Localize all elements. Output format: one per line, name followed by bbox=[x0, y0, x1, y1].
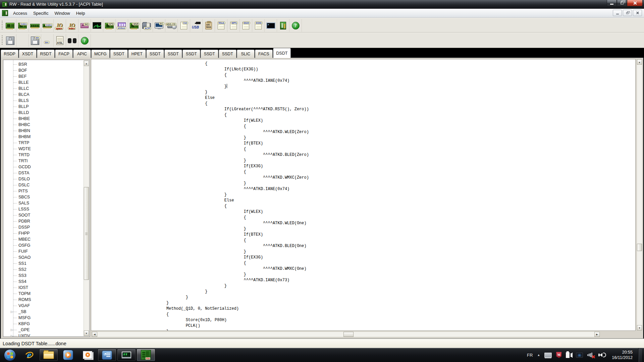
code-horizontal-scroll-thumb[interactable] bbox=[343, 332, 354, 337]
toolbar-grip[interactable] bbox=[2, 21, 3, 29]
tab-apic-4[interactable]: APIC bbox=[73, 50, 91, 58]
tree-item-trti[interactable]: TRTI bbox=[3, 158, 90, 164]
toolbar-help-button[interactable]: ? bbox=[289, 19, 302, 32]
code-scroll-up-button[interactable]: ▲ bbox=[637, 59, 642, 65]
toolbar-grip[interactable] bbox=[2, 36, 3, 45]
toolbar-dimm-reader-button[interactable] bbox=[277, 19, 289, 32]
tree-item-topm[interactable]: TOPM bbox=[3, 291, 90, 297]
tree-item-bof[interactable]: BOF bbox=[3, 67, 90, 73]
code-horizontal-scrollbar[interactable]: ◀ ▶ bbox=[92, 331, 600, 337]
tree-item-ss3[interactable]: SS3 bbox=[3, 273, 90, 279]
taskbar-windows-explorer[interactable] bbox=[39, 349, 58, 361]
menu-window[interactable]: Window bbox=[51, 9, 73, 17]
filebar-save-button[interactable] bbox=[4, 34, 16, 47]
toolbar-io-space-button[interactable]: IOspace bbox=[54, 19, 66, 32]
tab-dsdt-15[interactable]: DSDT bbox=[273, 48, 291, 58]
toolbar-boot-sector-55aa-button[interactable]: 55AA bbox=[215, 19, 227, 32]
language-indicator[interactable]: FR bbox=[527, 353, 533, 358]
toolbar-memory-button[interactable] bbox=[29, 19, 41, 32]
tray-battery-icon[interactable] bbox=[566, 352, 572, 358]
expand-arrow-icon[interactable]: ▷ bbox=[11, 310, 13, 313]
toolbar-memory-index-button[interactable]: index bbox=[41, 19, 54, 32]
tab-rsdp-0[interactable]: RSDP bbox=[1, 50, 18, 58]
menu-access[interactable]: Access bbox=[10, 9, 30, 17]
close-button[interactable] bbox=[627, 0, 643, 6]
tray-touchpad-icon[interactable] bbox=[544, 353, 552, 358]
tree-item-bhbm[interactable]: BHBM bbox=[3, 134, 90, 140]
tree-item-bhbn[interactable]: BHBN bbox=[3, 128, 90, 134]
tree-item-osfg[interactable]: OSFG bbox=[3, 242, 90, 248]
toolbar-smbus-button[interactable]: smbus bbox=[116, 19, 128, 32]
tree-item-mbec[interactable]: MBEC bbox=[3, 236, 90, 242]
filebar-asl-editor-button[interactable]: ASL bbox=[54, 34, 66, 47]
start-button[interactable] bbox=[0, 348, 19, 362]
tree-item-iost[interactable]: IOST bbox=[3, 285, 90, 291]
tray-network-disconnected-icon[interactable] bbox=[587, 352, 594, 358]
tree-item-trtp[interactable]: TRTP bbox=[3, 140, 90, 146]
tree-item-kbfg[interactable]: KBFG bbox=[3, 321, 90, 327]
tree-item-ss1[interactable]: SS1 bbox=[3, 260, 90, 266]
taskbar-clock[interactable]: 20:55 16/11/2012 bbox=[610, 350, 634, 360]
tab-facs-14[interactable]: FACS bbox=[255, 50, 273, 58]
mdi-child-icon[interactable] bbox=[2, 10, 8, 16]
toolbar-storage-button[interactable]: HDD,CD bbox=[165, 19, 178, 32]
tree-item-_sb[interactable]: ▷_SB bbox=[3, 309, 90, 315]
tree-item-pits[interactable]: PITS bbox=[3, 188, 90, 194]
tree-item-blls[interactable]: BLLS bbox=[3, 98, 90, 104]
tree-item-trtd[interactable]: TRTD bbox=[3, 152, 90, 158]
toolbar-pci-device-button[interactable] bbox=[4, 19, 16, 32]
tree-item-msfg[interactable]: MSFG bbox=[3, 315, 90, 321]
tree-item-bsr[interactable]: BSR bbox=[3, 61, 90, 67]
tray-display-icon[interactable] bbox=[576, 353, 583, 358]
tray-mcafee-icon[interactable]: M bbox=[556, 352, 561, 358]
tab-ssdt-6[interactable]: SSDT bbox=[110, 50, 128, 58]
mdi-restore-button[interactable] bbox=[623, 10, 632, 16]
tree-item-bllc[interactable]: BLLC bbox=[3, 85, 90, 92]
tree-scrollbar[interactable]: ▲ ▼ bbox=[84, 60, 89, 336]
taskbar-internet-explorer[interactable]: e bbox=[20, 349, 39, 361]
tree-item-dssp[interactable]: DSSP bbox=[3, 224, 90, 230]
toolbar-clock-generator-button[interactable] bbox=[91, 19, 103, 32]
tree-item-bhbe[interactable]: BHBE bbox=[3, 116, 90, 122]
tab-facp-3[interactable]: FACP bbox=[55, 50, 73, 58]
code-scroll-down-button[interactable]: ▼ bbox=[637, 325, 642, 330]
expand-arrow-icon[interactable]: ▷ bbox=[11, 334, 13, 337]
show-desktop-button[interactable] bbox=[638, 348, 642, 362]
toolbar-hex-editor-button[interactable]: 010 bbox=[178, 19, 190, 32]
show-hidden-icons-button[interactable]: ▲ bbox=[537, 353, 540, 357]
toolbar-usb-button[interactable]: USB bbox=[190, 19, 203, 32]
tree-item-ss4[interactable]: SS4 bbox=[3, 279, 90, 285]
toolbar-acpi-button[interactable]: ACPI bbox=[141, 19, 153, 32]
tab-slic-13[interactable]: SLIC bbox=[237, 50, 255, 58]
tree-item-wdte[interactable]: WDTE bbox=[3, 146, 90, 152]
tree-item-_gpe[interactable]: ▷_GPE bbox=[3, 327, 90, 333]
code-scroll-right-button[interactable]: ▶ bbox=[594, 332, 600, 337]
tree-scroll-down-button[interactable]: ▼ bbox=[84, 330, 89, 336]
tab-ssdt-8[interactable]: SSDT bbox=[146, 50, 164, 58]
toolbar-embedded-controller-button[interactable]: EC bbox=[153, 19, 165, 32]
tree-item-vgaf[interactable]: VGAF bbox=[3, 303, 90, 309]
toolbar-msr-button[interactable]: MSR bbox=[128, 19, 141, 32]
tree-item-sbcs[interactable]: SBCS bbox=[3, 194, 90, 200]
taskbar-control-panel[interactable] bbox=[98, 349, 116, 361]
tree-item-blle[interactable]: BLLE bbox=[3, 79, 90, 85]
tree-item-fhpp[interactable]: FHPP bbox=[3, 230, 90, 236]
tree-item-blld[interactable]: BLLD bbox=[3, 110, 90, 116]
tree-item-soao[interactable]: SOAO bbox=[3, 254, 90, 260]
namespace-tree[interactable]: BSRBOFBEFBLLEBLLCBLCABLLSBLLPBLLDBHBEBHB… bbox=[3, 60, 90, 337]
tree-item-bef[interactable]: BEF bbox=[3, 73, 90, 79]
toolbar-smbios-button[interactable]: sm bios bbox=[203, 19, 215, 32]
mdi-minimize-button[interactable] bbox=[613, 10, 622, 16]
tree-scroll-up-button[interactable]: ▲ bbox=[84, 61, 89, 66]
minimize-button[interactable] bbox=[607, 0, 617, 6]
mdi-close-button[interactable] bbox=[633, 10, 642, 16]
toolbar-mps-button[interactable]: MPS bbox=[227, 19, 240, 32]
tree-item-dslc[interactable]: DSLC bbox=[3, 182, 90, 188]
tree-item-ss2[interactable]: SS2 bbox=[3, 266, 90, 273]
menu-specific[interactable]: Specific bbox=[30, 9, 52, 17]
tree-item-lsss[interactable]: LSSS bbox=[3, 206, 90, 212]
expand-arrow-icon[interactable]: ▷ bbox=[11, 328, 13, 331]
tab-mcfg-5[interactable]: MCFG bbox=[91, 50, 110, 58]
tree-item-sals[interactable]: SALS bbox=[3, 200, 90, 206]
tree-item-gcdd[interactable]: GCDD bbox=[3, 164, 90, 170]
